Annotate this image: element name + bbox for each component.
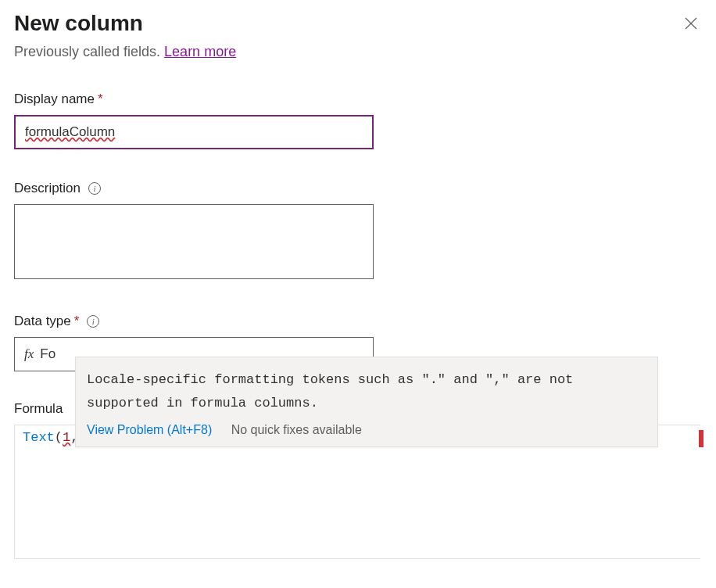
data-type-value: Fo [40, 346, 55, 362]
description-input[interactable] [14, 204, 374, 279]
display-name-label: Display name [14, 91, 95, 107]
learn-more-link[interactable]: Learn more [164, 44, 236, 59]
view-problem-link[interactable]: View Problem (Alt+F8) [87, 423, 212, 436]
required-asterisk: * [98, 91, 103, 107]
fx-icon: fx [24, 346, 34, 362]
display-name-input[interactable]: formulaColumn [14, 115, 374, 149]
error-marker [699, 430, 703, 447]
info-icon[interactable]: i [88, 182, 101, 195]
panel-title: New column [14, 11, 143, 36]
no-quick-fix-text: No quick fixes available [231, 423, 362, 436]
data-type-label: Data type [14, 314, 71, 329]
error-tooltip: Locale-specific formatting tokens such a… [75, 357, 658, 447]
description-label: Description [14, 181, 81, 196]
required-asterisk: * [74, 314, 80, 329]
formula-label: Formula [14, 401, 63, 417]
info-icon[interactable]: i [87, 315, 99, 328]
tooltip-message: Locale-specific formatting tokens such a… [87, 368, 646, 415]
close-icon[interactable] [685, 16, 697, 34]
panel-subtitle: Previously called fields. Learn more [14, 44, 702, 60]
